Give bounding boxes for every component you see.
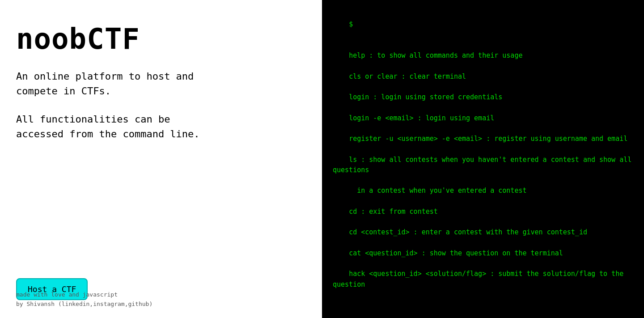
- terminal-panel: $ help : to show all commands and their …: [322, 0, 644, 318]
- terminal-register-line: register -u <username> -e <email> : regi…: [349, 135, 627, 143]
- site-title: noobCTF: [16, 22, 306, 55]
- footer-line2: by Shivansh (linkedin,instagram,github): [16, 300, 153, 309]
- terminal-content: $ help : to show all commands and their …: [333, 9, 633, 318]
- description: All functionalities can be accessed from…: [16, 112, 222, 141]
- terminal-hack-line: hack <question_id> <solution/flag> : sub…: [333, 270, 627, 288]
- tagline: An online platform to host and compete i…: [16, 69, 222, 98]
- terminal-cls-line: cls or clear : clear terminal: [349, 72, 466, 81]
- terminal-prompt-1: $: [349, 20, 357, 28]
- terminal-cat-line: cat <question_id> : show the question on…: [349, 249, 563, 257]
- terminal-cd-contest-line: cd <contest_id> : enter a contest with t…: [349, 228, 587, 236]
- terminal-login-e-line: login -e <email> : login using email: [349, 114, 494, 122]
- terminal-login-line: login : login using stored credentials: [349, 93, 502, 101]
- left-panel: noobCTF An online platform to host and c…: [0, 0, 322, 318]
- footer-line1: made with love and javascript: [16, 290, 153, 300]
- terminal-help-line: help : to show all commands and their us…: [349, 51, 522, 59]
- terminal-ls-line: ls : show all contests when you haven't …: [333, 156, 636, 174]
- terminal-ls-line2: in a contest when you've entered a conte…: [349, 187, 526, 195]
- footer: made with love and javascript by Shivans…: [16, 290, 153, 309]
- terminal-cd-exit-line: cd : exit from contest: [349, 208, 438, 216]
